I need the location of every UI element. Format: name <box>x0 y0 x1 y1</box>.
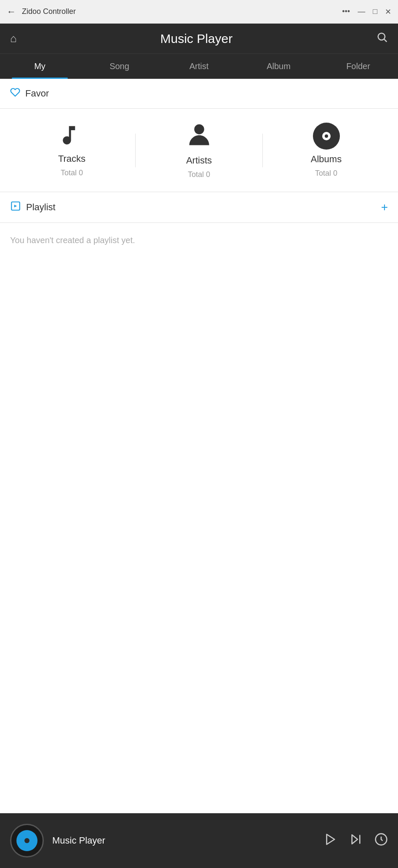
main-content: Favor Tracks Total 0 Artists Total 0 <box>0 79 398 813</box>
tracks-total: Total 0 <box>61 169 83 177</box>
maximize-button[interactable]: □ <box>373 7 377 16</box>
close-button[interactable]: ✕ <box>385 7 391 16</box>
album-art-inner <box>16 830 37 851</box>
header-top: ⌂ Music Player <box>0 24 398 54</box>
empty-playlist-message: You haven't created a playlist yet. <box>0 223 398 258</box>
minimize-button[interactable]: — <box>358 7 365 16</box>
stats-row: Tracks Total 0 Artists Total 0 Albums To… <box>0 109 398 192</box>
app-header: ⌂ Music Player My Song Artist Album Fold… <box>0 24 398 79</box>
tab-album[interactable]: Album <box>239 54 318 79</box>
skip-next-button[interactable] <box>349 833 363 849</box>
app-title: Zidoo Controller <box>22 7 342 16</box>
tracks-label: Tracks <box>58 153 85 164</box>
svg-point-2 <box>194 124 204 134</box>
tab-artist[interactable]: Artist <box>159 54 239 79</box>
add-playlist-button[interactable]: + <box>381 201 388 214</box>
tab-song[interactable]: Song <box>80 54 159 79</box>
artists-label: Artists <box>186 155 212 166</box>
back-button[interactable]: ← <box>7 6 16 17</box>
player-album-art[interactable] <box>10 824 44 857</box>
page-title: Music Player <box>17 32 376 46</box>
svg-marker-5 <box>352 835 358 844</box>
bottom-player: Music Player <box>0 813 398 868</box>
player-title: Music Player <box>52 835 315 846</box>
albums-label: Albums <box>311 154 342 165</box>
tracks-stat[interactable]: Tracks Total 0 <box>8 123 135 177</box>
playlist-label: Playlist <box>26 202 56 213</box>
window-controls: ••• — □ ✕ <box>342 7 391 16</box>
search-icon[interactable] <box>376 31 388 46</box>
playlist-left: Playlist <box>10 201 56 214</box>
playlist-icon <box>10 201 21 214</box>
favor-section[interactable]: Favor <box>0 79 398 109</box>
more-options-button[interactable]: ••• <box>342 7 350 16</box>
heart-icon <box>10 87 20 100</box>
tracks-icon <box>60 123 84 149</box>
artist-icon <box>187 121 211 151</box>
player-controls <box>324 833 388 849</box>
playlist-section: Playlist + <box>0 192 398 223</box>
svg-marker-4 <box>327 834 335 844</box>
repeat-button[interactable] <box>374 833 388 849</box>
artists-stat[interactable]: Artists Total 0 <box>136 121 262 179</box>
svg-line-1 <box>384 39 386 41</box>
artists-total: Total 0 <box>188 170 210 179</box>
content-area <box>0 258 398 813</box>
albums-total: Total 0 <box>315 169 337 178</box>
tab-bar: My Song Artist Album Folder <box>0 54 398 79</box>
play-button[interactable] <box>324 833 337 849</box>
tab-folder[interactable]: Folder <box>318 54 398 79</box>
albums-stat[interactable]: Albums Total 0 <box>263 123 390 178</box>
tab-my[interactable]: My <box>0 54 80 79</box>
title-bar: ← Zidoo Controller ••• — □ ✕ <box>0 0 398 24</box>
home-icon[interactable]: ⌂ <box>10 32 17 45</box>
albums-icon <box>313 123 340 150</box>
favor-label: Favor <box>25 88 49 99</box>
